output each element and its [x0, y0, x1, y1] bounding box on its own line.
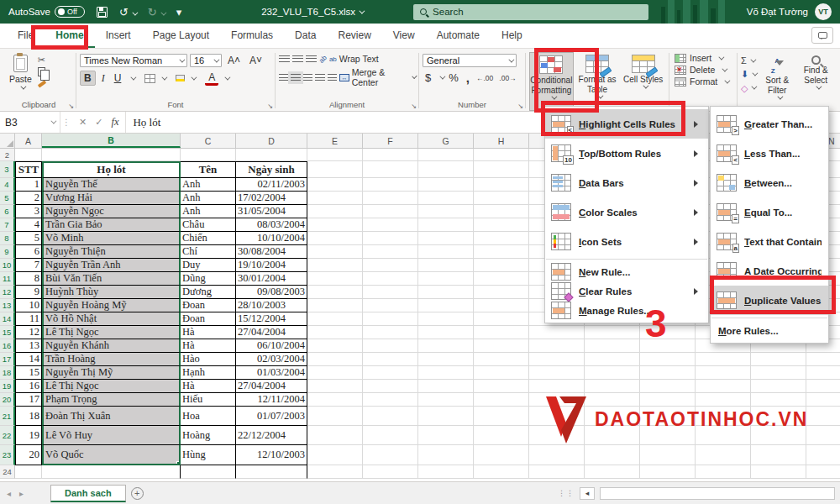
format-painter-icon[interactable] — [38, 80, 46, 87]
cell-D4[interactable]: 02/11/2003 — [236, 178, 307, 192]
cell-H3[interactable] — [474, 161, 529, 178]
cell-D20[interactable]: 12/11/2004 — [236, 393, 307, 407]
cell-A21[interactable]: 18 — [15, 407, 42, 426]
increase-decimal-icon[interactable]: ←.00 — [475, 74, 495, 82]
column-header-G[interactable]: G — [418, 134, 474, 148]
cell-D22[interactable]: 22/12/2004 — [236, 426, 307, 445]
cell-B11[interactable]: Bùi Văn Tiến — [42, 272, 181, 286]
cell-G18[interactable] — [418, 366, 474, 380]
cell-G2[interactable] — [418, 149, 474, 161]
row-header-12[interactable]: 12 — [0, 286, 15, 299]
menu-item-greater-than[interactable]: >Greater Than... — [711, 109, 828, 139]
cell-B8[interactable]: Võ Minh — [42, 232, 181, 245]
cell-G16[interactable] — [418, 339, 474, 353]
cell-F14[interactable] — [363, 312, 418, 326]
clear-button[interactable]: ◇ — [741, 82, 756, 94]
cell-H10[interactable] — [474, 259, 529, 272]
cell-F21[interactable] — [363, 407, 418, 426]
cell-A15[interactable]: 12 — [15, 326, 42, 339]
cell-B12[interactable]: Huỳnh Thùy — [42, 286, 181, 299]
cell-C19[interactable]: Hà — [181, 380, 236, 393]
cell-B10[interactable]: Nguyễn Trần Anh — [42, 259, 181, 272]
italic-button[interactable]: I — [98, 71, 108, 86]
comments-button[interactable] — [811, 27, 833, 44]
menu-item-manage-rules[interactable]: Manage Rules... — [545, 301, 708, 320]
cell-C6[interactable]: Anh — [181, 205, 236, 218]
cell-F2[interactable] — [363, 149, 418, 161]
cell-B16[interactable]: Nguyễn Khánh — [42, 339, 181, 353]
cell-F12[interactable] — [363, 286, 418, 299]
row-header-5[interactable]: 5 — [0, 192, 15, 205]
menu-item-less-than[interactable]: <Less Than... — [711, 139, 828, 168]
cell-A10[interactable]: 7 — [15, 259, 42, 272]
cell-H12[interactable] — [474, 286, 529, 299]
cell-H5[interactable] — [474, 192, 529, 205]
row-header-17[interactable]: 17 — [0, 353, 15, 366]
autosum-button[interactable]: Σ — [741, 55, 756, 66]
cell-F18[interactable] — [363, 366, 418, 380]
find-select-button[interactable]: Find & Select — [798, 52, 833, 111]
cell-H22[interactable] — [474, 426, 529, 445]
cell-G13[interactable] — [418, 299, 474, 312]
align-middle-icon[interactable] — [292, 55, 303, 63]
ribbon-tab-home[interactable]: Home — [45, 24, 94, 48]
column-header-A[interactable]: A — [15, 134, 42, 148]
save-icon[interactable] — [97, 7, 108, 18]
cell-G11[interactable] — [418, 272, 474, 286]
cell-H2[interactable] — [474, 149, 529, 161]
format-cells-button[interactable]: Format — [673, 76, 733, 87]
menu-item-equal-to[interactable]: =Equal To... — [711, 197, 828, 227]
underline-button[interactable]: U — [111, 71, 125, 85]
column-header-H[interactable]: H — [474, 134, 529, 148]
cell-B15[interactable]: Lê Thị Ngọc — [42, 326, 181, 339]
row-header-8[interactable]: 8 — [0, 232, 15, 245]
align-right-icon[interactable] — [303, 74, 312, 81]
cell-A6[interactable]: 3 — [15, 205, 42, 218]
row-header-9[interactable]: 9 — [0, 245, 15, 259]
cell-F15[interactable] — [363, 326, 418, 339]
cell-E4[interactable] — [307, 178, 363, 192]
cell-G12[interactable] — [418, 286, 474, 299]
cell-C11[interactable]: Dũng — [181, 272, 236, 286]
ribbon-tab-review[interactable]: Review — [327, 24, 381, 48]
cell-C22[interactable]: Hoàng — [181, 426, 236, 445]
cell-F9[interactable] — [363, 245, 418, 259]
cell-F20[interactable] — [363, 393, 418, 407]
insert-cells-button[interactable]: Insert — [673, 52, 733, 64]
cell-A17[interactable]: 14 — [15, 353, 42, 366]
cell-H9[interactable] — [474, 245, 529, 259]
sheet-tab-danh-sach[interactable]: Danh sach — [50, 485, 126, 502]
ribbon-tab-insert[interactable]: Insert — [95, 24, 142, 48]
cell-E17[interactable] — [307, 353, 363, 366]
cell-E14[interactable] — [307, 312, 363, 326]
cell-G7[interactable] — [418, 218, 474, 232]
column-header-C[interactable]: C — [181, 134, 236, 148]
cell-C7[interactable]: Châu — [181, 218, 236, 232]
enter-icon[interactable]: ✓ — [95, 117, 102, 128]
cell-H24[interactable] — [474, 465, 529, 479]
cell-E22[interactable] — [307, 426, 363, 445]
sheet-nav-right-icon[interactable]: ▸ — [18, 489, 25, 498]
row-header-22[interactable]: 22 — [0, 426, 15, 445]
number-dialog-launcher-icon[interactable]: ↘ — [517, 102, 523, 110]
cell-D23[interactable]: 12/10/2003 — [236, 445, 307, 465]
cell-B19[interactable]: Lê Thị Ngọc — [42, 380, 181, 393]
cell-D9[interactable]: 30/08/2004 — [236, 245, 307, 259]
cell-G9[interactable] — [418, 245, 474, 259]
ribbon-tab-data[interactable]: Data — [284, 24, 327, 48]
cell-styles-button[interactable]: Cell Styles — [621, 52, 665, 111]
cell-C16[interactable]: Hà — [181, 339, 236, 353]
cell-E10[interactable] — [307, 259, 363, 272]
cell-A13[interactable]: 10 — [15, 299, 42, 312]
cell-C21[interactable]: Hoa — [181, 407, 236, 426]
clipboard-dialog-launcher-icon[interactable]: ↘ — [68, 102, 74, 110]
cell-H4[interactable] — [474, 178, 529, 192]
cell-H16[interactable] — [474, 339, 529, 353]
borders-icon[interactable] — [144, 74, 155, 83]
scrollbar-grip-icon[interactable]: ⋮⋮ — [558, 489, 575, 497]
cell-H13[interactable] — [474, 299, 529, 312]
row-header-20[interactable]: 20 — [0, 393, 15, 407]
cell-D14[interactable]: 15/12/2004 — [236, 312, 307, 326]
align-bottom-icon[interactable] — [306, 55, 317, 63]
cell-G23[interactable] — [418, 445, 474, 465]
